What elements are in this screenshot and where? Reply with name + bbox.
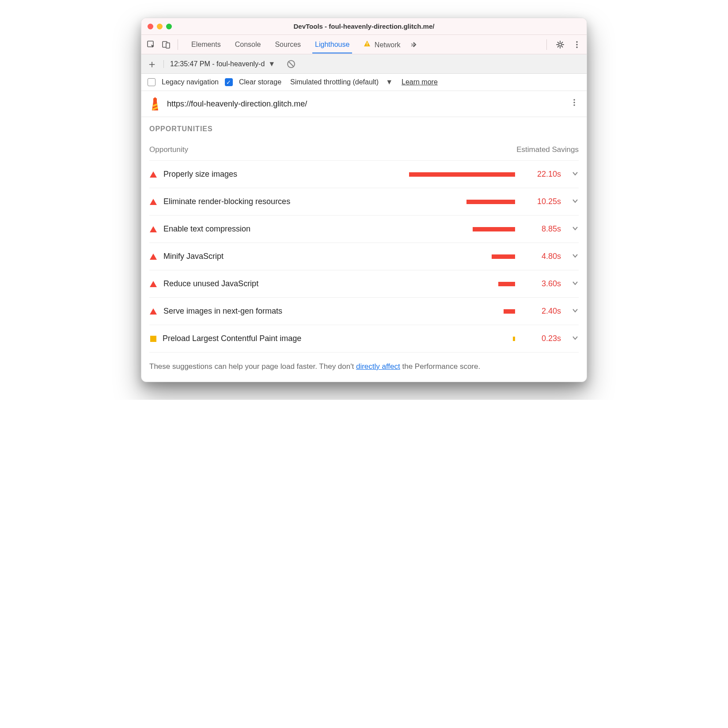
opportunity-label: Preload Largest Contentful Paint image [163,334,301,343]
legacy-nav-label: Legacy navigation [162,78,219,86]
savings-value: 4.80s [526,252,561,261]
inspect-element-icon[interactable] [145,38,157,51]
opportunity-label: Reduce unused JavaScript [163,279,258,288]
opportunities-list: Properly size images22.10sEliminate rend… [149,160,579,353]
chevron-down-icon[interactable] [572,307,579,316]
toolbar-divider [178,39,178,50]
report-url: https://foul-heavenly-direction.glitch.m… [167,99,307,109]
lighthouse-logo-icon [149,97,161,110]
col-opportunity: Opportunity [149,145,188,154]
opportunity-label: Enable text compression [163,224,250,234]
opportunity-row[interactable]: Enable text compression8.85s [149,216,579,243]
tab-console[interactable]: Console [229,36,267,53]
opportunity-row[interactable]: Preload Largest Contentful Paint image0.… [149,325,579,353]
svg-rect-3 [367,42,368,45]
tab-network[interactable]: Network [357,36,406,53]
chevron-down-icon[interactable] [572,252,579,261]
learn-more-link[interactable]: Learn more [402,78,438,86]
zoom-window-button[interactable] [166,23,172,29]
svg-point-6 [559,43,561,46]
settings-gear-icon[interactable] [554,38,566,51]
chevron-down-icon[interactable] [572,280,579,288]
titlebar: DevTools - foul-heavenly-direction.glitc… [141,18,587,35]
warn-square-icon [150,336,156,342]
footer-prefix: These suggestions can help your page loa… [149,362,356,371]
savings-bar [409,172,515,177]
new-report-button[interactable]: ＋ [146,58,158,70]
throttling-dropdown-icon[interactable]: ▼ [386,78,393,86]
savings-value: 3.60s [526,279,561,288]
traffic-lights [148,23,172,29]
savings-bar-area [257,227,515,231]
devtools-window: DevTools - foul-heavenly-direction.glitc… [141,18,587,382]
savings-bar-area [296,200,515,204]
legacy-nav-checkbox[interactable] [148,78,155,86]
columns-header: Opportunity Estimated Savings [149,145,579,154]
opportunity-row[interactable]: Serve images in next-gen formats2.40s [149,298,579,325]
kebab-menu-icon[interactable] [571,38,583,51]
opportunity-label: Eliminate render-blocking resources [163,197,290,206]
fail-triangle-icon [149,308,157,315]
toolbar-divider [546,39,547,50]
tab-elements[interactable]: Elements [185,36,227,53]
throttling-label: Simulated throttling (default) [290,78,379,86]
savings-value: 0.23s [526,334,561,343]
savings-bar-area [288,309,515,314]
tab-lighthouse[interactable]: Lighthouse [309,36,356,53]
clear-storage-checkbox[interactable]: ✓ [225,78,233,86]
svg-point-13 [573,99,575,100]
opportunity-label: Serve images in next-gen formats [163,307,282,316]
chevron-down-icon[interactable] [572,225,579,234]
savings-bar [498,282,515,286]
svg-line-11 [289,61,294,66]
opportunity-label: Minify JavaScript [163,252,224,261]
report-menu-icon[interactable] [570,98,579,110]
savings-value: 22.10s [526,170,561,179]
savings-bar [473,227,515,231]
chevron-down-icon[interactable] [572,170,579,179]
fail-triangle-icon [149,171,157,178]
savings-bar-area [307,337,515,341]
lighthouse-subbar: ＋ 12:35:47 PM - foul-heavenly-d ▼ [141,54,587,74]
opportunity-row[interactable]: Eliminate render-blocking resources10.25… [149,188,579,216]
warning-icon [364,41,372,49]
svg-rect-12 [153,99,157,102]
report-content: OPPORTUNITIES Opportunity Estimated Savi… [141,117,587,382]
chevron-down-icon: ▼ [268,60,275,68]
savings-bar [492,254,515,259]
report-select[interactable]: 12:35:47 PM - foul-heavenly-d ▼ [163,60,275,68]
device-toggle-icon[interactable] [160,38,172,51]
savings-value: 10.25s [526,197,561,206]
more-tabs-icon[interactable]: » [409,38,421,51]
fail-triangle-icon [149,281,157,287]
svg-point-7 [576,41,577,42]
svg-rect-4 [367,45,368,46]
opportunity-row[interactable]: Properly size images22.10s [149,160,579,188]
lighthouse-options-bar: Legacy navigation ✓ Clear storage Simula… [141,74,587,91]
fail-triangle-icon [149,226,157,232]
fail-triangle-icon [149,199,157,205]
opportunity-row[interactable]: Minify JavaScript4.80s [149,243,579,270]
close-window-button[interactable] [148,23,153,29]
footer-note: These suggestions can help your page loa… [149,362,579,371]
chevron-down-icon[interactable] [572,197,579,206]
section-title: OPPORTUNITIES [149,125,579,133]
savings-bar [466,200,515,204]
col-savings: Estimated Savings [516,145,579,154]
footer-suffix: the Performance score. [400,362,480,371]
svg-point-15 [573,104,575,106]
window-title: DevTools - foul-heavenly-direction.glitc… [294,23,435,30]
clear-storage-label: Clear storage [239,78,281,86]
minimize-window-button[interactable] [157,23,163,29]
savings-bar [513,337,515,341]
savings-bar-area [243,172,515,177]
tab-network-label: Network [375,41,401,49]
svg-point-8 [576,44,577,45]
chevron-down-icon[interactable] [572,334,579,343]
footer-link[interactable]: directly affect [356,362,400,371]
clear-icon[interactable] [285,58,297,70]
opportunity-row[interactable]: Reduce unused JavaScript3.60s [149,270,579,298]
report-select-label: 12:35:47 PM - foul-heavenly-d [170,60,265,68]
savings-value: 2.40s [526,307,561,316]
tab-sources[interactable]: Sources [269,36,307,53]
